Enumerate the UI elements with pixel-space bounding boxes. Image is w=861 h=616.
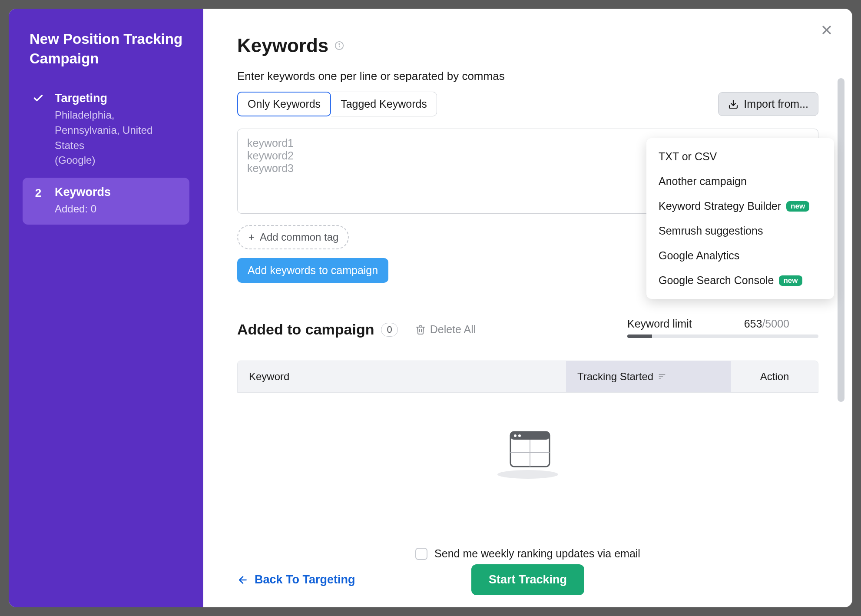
tab-tagged-keywords[interactable]: Tagged Keywords [331,92,437,116]
weekly-email-checkbox[interactable] [415,548,427,560]
step-targeting-engine: (Google) [55,153,181,168]
col-keyword[interactable]: Keyword [238,361,566,392]
scrollbar-thumb[interactable] [838,78,844,402]
sort-icon [658,372,666,381]
check-icon [31,93,45,104]
keyword-limit: Keyword limit 653/5000 [627,318,818,338]
import-another-campaign[interactable]: Another campaign [646,169,834,194]
svg-point-15 [518,434,521,437]
campaign-modal: New Position Tracking Campaign Targeting… [9,9,852,607]
empty-state-illustration [237,423,818,480]
new-badge: new [779,275,802,286]
page-title-text: Keywords [237,35,328,56]
import-from-button[interactable]: Import from... [718,92,818,116]
keyword-mode-toggle: Only Keywords Tagged Keywords [237,92,437,116]
limit-progress [627,334,818,338]
import-google-analytics[interactable]: Google Analytics [646,243,834,268]
new-badge: new [786,201,809,212]
col-action: Action [731,361,818,392]
arrow-left-icon [237,574,248,586]
svg-point-14 [514,434,517,437]
page-title: Keywords [237,35,818,56]
back-to-targeting-button[interactable]: Back To Targeting [237,573,355,586]
step-keywords-added: Added: 0 [55,202,181,217]
add-keywords-button[interactable]: Add keywords to campaign [237,258,388,283]
svg-point-11 [497,470,558,479]
start-tracking-button[interactable]: Start Tracking [471,564,584,595]
back-label: Back To Targeting [255,573,355,586]
delete-all-label: Delete All [430,323,476,336]
import-semrush[interactable]: Semrush suggestions [646,219,834,243]
sidebar-title: New Position Tracking Campaign [23,30,189,68]
delete-all-button[interactable]: Delete All [415,323,476,336]
step-number: 2 [31,186,45,200]
limit-total: /5000 [762,318,789,330]
subtitle: Enter keywords one per line or separated… [237,70,818,83]
limit-used: 653 [744,318,762,330]
import-label: Import from... [744,98,808,110]
step-targeting[interactable]: Targeting Philadelphia, Pennsylvania, Un… [23,84,189,176]
trash-icon [415,325,426,335]
add-tag-label: Add common tag [260,231,338,243]
step-keywords-label: Keywords [55,185,181,199]
limit-label: Keyword limit [627,318,692,330]
import-dropdown: TXT or CSV Another campaign Keyword Stra… [646,138,834,299]
step-keywords[interactable]: 2 Keywords Added: 0 [23,178,189,225]
plus-icon [248,233,255,241]
table-header: Keyword Tracking Started Action [238,361,818,392]
tab-only-keywords[interactable]: Only Keywords [237,92,331,116]
scrollbar[interactable] [838,78,844,408]
step-targeting-label: Targeting [55,92,181,105]
svg-point-4 [339,43,340,44]
keywords-table: Keyword Tracking Started Action [237,361,818,393]
wizard-sidebar: New Position Tracking Campaign Targeting… [9,9,203,607]
added-count: 0 [381,323,397,337]
import-strategy-builder[interactable]: Keyword Strategy Builder new [646,194,834,219]
import-txt-csv[interactable]: TXT or CSV [646,144,834,169]
added-section-title: Added to campaign [237,321,374,338]
info-icon[interactable] [334,41,344,50]
add-common-tag-button[interactable]: Add common tag [237,225,349,249]
footer: Send me weekly ranking updates via email… [203,535,852,607]
main-panel: Keywords Enter keywords one per line or … [203,9,852,607]
import-google-search-console[interactable]: Google Search Console new [646,268,834,293]
weekly-email-label: Send me weekly ranking updates via email [434,547,640,560]
step-targeting-location: Philadelphia, Pennsylvania, United State… [55,108,181,153]
col-tracking-started[interactable]: Tracking Started [566,361,731,392]
download-icon [728,99,738,109]
